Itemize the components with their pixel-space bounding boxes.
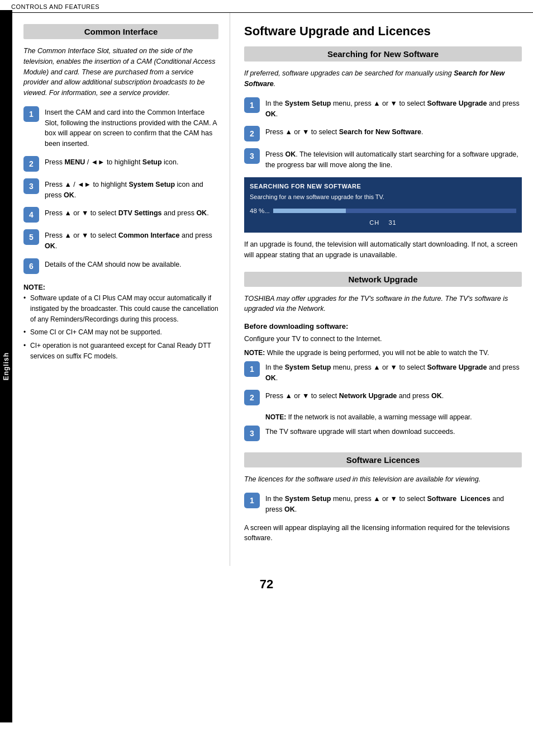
progress-bar-fill: [273, 209, 346, 213]
step-number-3: 3: [23, 178, 39, 194]
network-step-number-3: 3: [244, 426, 260, 441]
licences-step-number-1: 1: [244, 493, 260, 508]
search-step-number-2: 2: [244, 126, 260, 141]
step-number-5: 5: [23, 229, 39, 245]
top-header: CONTROLS AND FEATURES: [0, 0, 533, 13]
network-note-1: NOTE: While the upgrade is being perform…: [244, 348, 522, 358]
step-text-4: Press ▲ or ▼ to select DTV Settings and …: [45, 207, 209, 219]
right-column: Software Upgrade and Licences Searching …: [230, 13, 533, 566]
tv-box-progress: 48 %...: [250, 206, 516, 216]
search-step-text-3: Press OK. The television will automatica…: [265, 148, 522, 171]
note-section: NOTE: Software update of a CI Plus CAM m…: [23, 282, 218, 362]
network-step-2: 2 Press ▲ or ▼ to select Network Upgrade…: [244, 390, 522, 405]
after-box-text: If an upgrade is found, the television w…: [244, 238, 522, 261]
page-wrapper: CONTROLS AND FEATURES English Common Int…: [0, 0, 533, 756]
note-item-3: CI+ operation is not guaranteed except f…: [23, 341, 218, 362]
search-step-number-1: 1: [244, 97, 260, 113]
header-title: CONTROLS AND FEATURES: [11, 3, 99, 10]
note-title: NOTE:: [23, 282, 218, 293]
searching-header: Searching for New Software: [244, 46, 522, 62]
note-list: Software update of a CI Plus CAM may occ…: [23, 293, 218, 362]
step-item-6: 6 Details of the CAM should now be avail…: [23, 258, 218, 274]
right-page-title: Software Upgrade and Licences: [244, 24, 522, 39]
step-text-6: Details of the CAM should now be availab…: [45, 258, 182, 270]
search-step-2: 2 Press ▲ or ▼ to select Search for New …: [244, 126, 522, 141]
search-step-3: 3 Press OK. The television will automati…: [244, 148, 522, 171]
step-number-4: 4: [23, 207, 39, 223]
step-item-4: 4 Press ▲ or ▼ to select DTV Settings an…: [23, 207, 218, 223]
step-number-2: 2: [23, 156, 39, 172]
tv-info-box: SEARCHING FOR NEW SOFTWARE Searching for…: [244, 177, 522, 233]
network-step-1: 1 In the System Setup menu, press ▲ or ▼…: [244, 361, 522, 384]
common-interface-header: Common Interface: [23, 24, 218, 39]
step-text-1: Insert the CAM and card into the Common …: [45, 106, 218, 149]
licences-intro: The licences for the software used in th…: [244, 474, 522, 485]
step-text-3: Press ▲ / ◄► to highlight System Setup i…: [45, 178, 218, 201]
network-step-number-2: 2: [244, 390, 260, 405]
network-step-3: 3 The TV software upgrade will start whe…: [244, 426, 522, 441]
step-number-6: 6: [23, 258, 39, 274]
configure-text: Configure your TV to connect to the Inte…: [244, 333, 522, 344]
tv-box-subtitle: Searching for a new software upgrade for…: [250, 192, 516, 202]
progress-text: 48 %...: [250, 206, 270, 216]
progress-bar-container: [273, 209, 516, 213]
searching-intro: If preferred, software upgrades can be s…: [244, 68, 522, 89]
licences-step-text-1: In the System Setup menu, press ▲ or ▼ t…: [265, 493, 522, 515]
licences-step-1: 1 In the System Setup menu, press ▲ or ▼…: [244, 493, 522, 515]
step-item-3: 3 Press ▲ / ◄► to highlight System Setup…: [23, 178, 218, 201]
search-step-1: 1 In the System Setup menu, press ▲ or ▼…: [244, 97, 522, 120]
network-step-text-1: In the System Setup menu, press ▲ or ▼ t…: [265, 361, 522, 384]
step-text-5: Press ▲ or ▼ to select Common Interface …: [45, 229, 218, 252]
network-intro: TOSHIBA may offer upgrades for the TV's …: [244, 294, 522, 315]
searching-section: Searching for New Software If preferred,…: [244, 46, 522, 260]
tv-box-title: SEARCHING FOR NEW SOFTWARE: [250, 182, 516, 192]
licences-header: Software Licences: [244, 452, 522, 467]
side-tab-label: English: [2, 352, 10, 380]
network-step-number-1: 1: [244, 361, 260, 377]
search-step-text-1: In the System Setup menu, press ▲ or ▼ t…: [265, 97, 522, 120]
step-text-2: Press MENU / ◄► to highlight Setup icon.: [45, 156, 178, 168]
search-step-text-2: Press ▲ or ▼ to select Search for New So…: [265, 126, 423, 138]
common-interface-intro: The Common Interface Slot, situated on t…: [23, 46, 218, 98]
search-step-number-3: 3: [244, 148, 260, 164]
network-header: Network Upgrade: [244, 272, 522, 287]
licences-after-text: A screen will appear displaying all the …: [244, 522, 522, 544]
note-item-2: Some CI or CI+ CAM may not be supported.: [23, 327, 218, 338]
network-note-2: NOTE: If the network is not available, a…: [265, 412, 522, 422]
step-item-2: 2 Press MENU / ◄► to highlight Setup ico…: [23, 156, 218, 172]
licences-section: Software Licences The licences for the s…: [244, 452, 522, 544]
note-item-1: Software update of a CI Plus CAM may occ…: [23, 293, 218, 325]
side-tab: English: [0, 10, 12, 722]
network-step-text-2: Press ▲ or ▼ to select Network Upgrade a…: [265, 390, 444, 401]
before-download-label: Before downloading software:: [244, 322, 522, 330]
network-step-text-3: The TV software upgrade will start when …: [265, 426, 455, 437]
step-item-5: 5 Press ▲ or ▼ to select Common Interfac…: [23, 229, 218, 252]
step-number-1: 1: [23, 106, 39, 122]
left-column: Common Interface The Common Interface Sl…: [12, 13, 230, 566]
network-section: Network Upgrade TOSHIBA may offer upgrad…: [244, 272, 522, 442]
step-item-1: 1 Insert the CAM and card into the Commo…: [23, 106, 218, 149]
main-content: Common Interface The Common Interface Sl…: [0, 13, 533, 566]
tv-box-channel: CH 31: [250, 218, 516, 228]
page-number: 72: [0, 566, 533, 597]
